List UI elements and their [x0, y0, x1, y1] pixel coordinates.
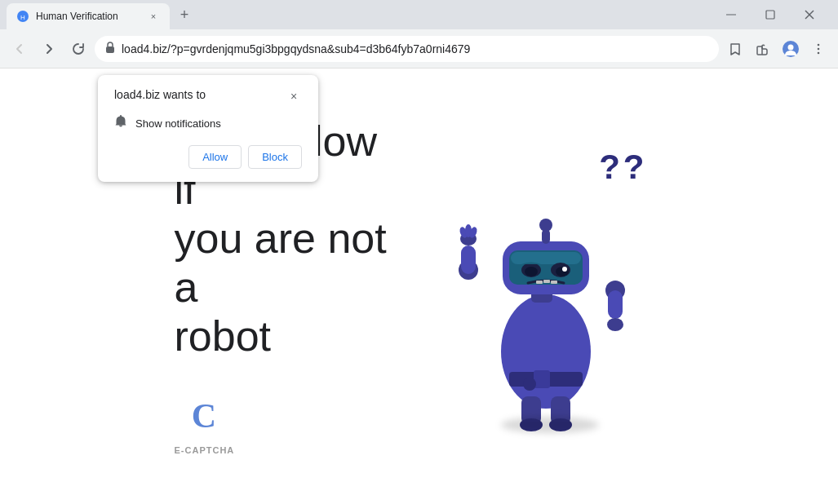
bell-icon: [114, 114, 127, 132]
svg-rect-7: [757, 46, 762, 55]
svg-point-23: [501, 294, 591, 409]
svg-point-40: [539, 219, 552, 232]
title-bar: H Human Verification × +: [0, 0, 838, 29]
popup-close-button[interactable]: ×: [286, 88, 302, 104]
permission-text: Show notifications: [135, 117, 221, 130]
popup-permission-row: Show notifications: [114, 114, 302, 132]
robot-svg: [444, 164, 648, 433]
back-button[interactable]: [7, 36, 33, 62]
lock-icon: [105, 42, 115, 55]
navigation-bar: load4.biz/?p=gvrdenjqmu5gi3bpgqydsna&sub…: [0, 29, 838, 69]
svg-rect-21: [608, 290, 623, 319]
forward-button[interactable]: [36, 36, 62, 62]
svg-point-9: [788, 44, 794, 50]
robot-shadow: [501, 417, 599, 433]
allow-button[interactable]: Allow: [188, 145, 242, 169]
svg-point-11: [818, 47, 820, 50]
svg-point-26: [523, 378, 536, 391]
nav-actions: [722, 36, 831, 62]
bookmark-button[interactable]: [722, 36, 748, 62]
svg-rect-3: [766, 11, 774, 19]
address-text: load4.biz/?p=gvrdenjqmu5gi3bpgqydsna&sub…: [122, 42, 708, 55]
svg-point-22: [607, 318, 623, 331]
svg-point-32: [525, 267, 538, 276]
reload-button[interactable]: [65, 36, 91, 62]
svg-point-10: [818, 43, 820, 46]
svg-rect-30: [511, 252, 581, 264]
tab-area: H Human Verification × +: [7, 3, 712, 29]
svg-point-12: [818, 51, 820, 54]
extensions-button[interactable]: [750, 36, 776, 62]
window-controls: [712, 3, 831, 26]
svg-rect-38: [551, 281, 557, 284]
svg-rect-25: [534, 370, 550, 388]
tab-title: Human Verification: [36, 11, 140, 22]
svg-rect-36: [536, 281, 543, 284]
svg-text:C: C: [192, 397, 216, 435]
menu-button[interactable]: [805, 36, 831, 62]
notification-popup: load4.biz wants to × Show notifications …: [98, 75, 318, 182]
robot-illustration: ??: [436, 139, 664, 433]
address-bar[interactable]: load4.biz/?p=gvrdenjqmu5gi3bpgqydsna&sub…: [95, 36, 719, 62]
popup-title: load4.biz wants to: [114, 88, 206, 101]
popup-header: load4.biz wants to ×: [114, 88, 302, 104]
block-button[interactable]: Block: [248, 145, 302, 169]
svg-rect-37: [543, 280, 550, 283]
close-button[interactable]: [791, 3, 828, 26]
heading-line2: you are not a: [175, 214, 387, 311]
captcha-label: E-CAPTCHA: [175, 445, 235, 455]
svg-rect-2: [726, 15, 736, 15]
content-area: load4.biz wants to × Show notifications …: [0, 69, 838, 504]
captcha-logo: C E-CAPTCHA: [175, 393, 235, 455]
svg-text:H: H: [20, 14, 25, 21]
heading-line3: robot: [175, 312, 272, 360]
svg-rect-6: [106, 46, 114, 53]
minimize-button[interactable]: [712, 3, 750, 26]
maximize-button[interactable]: [752, 3, 789, 26]
active-tab[interactable]: H Human Verification ×: [7, 3, 170, 29]
new-tab-button[interactable]: +: [173, 3, 196, 26]
browser-frame: H Human Verification × +: [0, 0, 838, 504]
tab-close-button[interactable]: ×: [147, 10, 160, 23]
captcha-icon: C: [180, 393, 228, 442]
tab-favicon: H: [16, 10, 29, 23]
account-button[interactable]: [778, 36, 804, 62]
svg-point-35: [562, 267, 567, 272]
popup-buttons: Allow Block: [114, 145, 302, 169]
svg-rect-15: [461, 245, 476, 274]
